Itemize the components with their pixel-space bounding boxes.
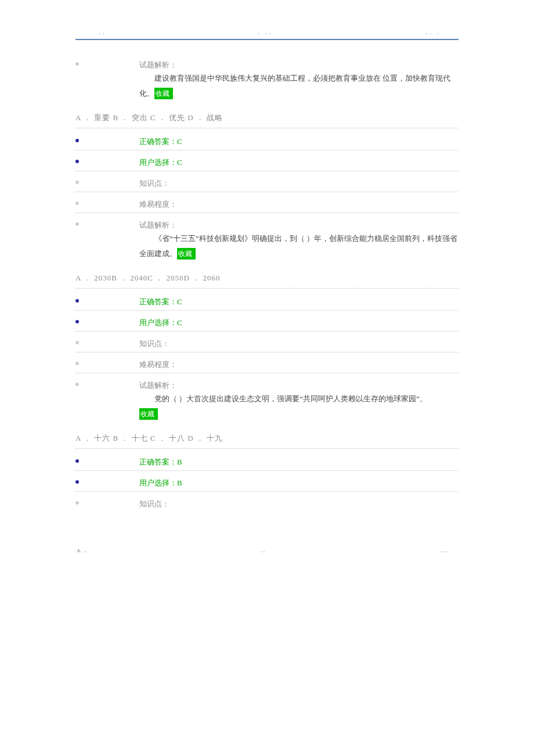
favorite-button[interactable]: 收藏 [139,408,158,420]
question-text: 《省“十三五”科技创新规划》明确提出，到（ ）年，创新综合能力稳居全国前列，科技… [139,231,459,261]
bullet-icon [75,480,79,484]
correct-answer-label: 正确答案：C [139,297,182,306]
bullet-icon [75,181,79,184]
knowledge-point-item: 知识点： [75,336,459,352]
user-choice-label: 用户选择：B [139,478,182,487]
bullet-icon [75,201,79,205]
header-left: . . [99,29,105,35]
user-choice-item: 用户选择：B [75,476,459,492]
question-block: 试题解析： 《省“十三五”科技创新规划》明确提出，到（ ）年，创新综合能力稳居全… [75,218,459,373]
bullet-icon [75,222,79,226]
footer-left: .s. . [75,547,86,553]
bullet-icon [75,299,79,303]
analysis-label: 试题解析： [139,380,459,391]
header-mid: . .. [258,29,273,35]
favorite-button[interactable]: 收藏 [177,248,196,260]
bullet-icon [75,362,79,365]
content-area: 试题解析： 建设教育强国是中华民族伟大复兴的基础工程，必须把教育事业放在 位置，… [75,57,459,512]
question-text: 建设教育强国是中华民族伟大复兴的基础工程，必须把教育事业放在 位置，加快教育现代… [139,71,459,101]
user-choice-item: 用户选择：C [75,155,459,171]
knowledge-point-item: 知识点： [75,496,459,512]
header-right: .. . [426,29,441,35]
difficulty-label: 难易程度： [139,360,177,369]
analysis-item: 试题解析： 党的（ ）大首次提出建设生态文明，强调要“共同呵护人类赖以生存的地球… [75,378,459,422]
user-choice-label: 用户选择：C [139,318,182,327]
correct-answer-item: 正确答案：C [75,294,459,311]
options-row: A ． 十六 B ． 十七 C ． 十八 D ． 十九 [75,432,459,449]
analysis-item: 试题解析： 《省“十三五”科技创新规划》明确提出，到（ ）年，创新综合能力稳居全… [75,218,459,261]
knowledge-point-label: 知识点： [139,339,169,348]
page-footer: .s. . .. ... [75,547,459,553]
favorite-button[interactable]: 收藏 [154,88,173,99]
bullet-icon [75,383,79,386]
user-choice-item: 用户选择：C [75,315,459,332]
correct-answer-label: 正确答案：B [139,458,182,466]
difficulty-item: 难易程度： [75,357,459,373]
analysis-label: 试题解析： [139,59,459,71]
bullet-icon [75,459,79,463]
question-block: 试题解析： 建设教育强国是中华民族伟大复兴的基础工程，必须把教育事业放在 位置，… [75,57,459,213]
question-text: 党的（ ）大首次提出建设生态文明，强调要“共同呵护人类赖以生存的地球家园”。收藏 [139,391,459,422]
bullet-icon [75,341,79,344]
footer-mid: .. [261,547,266,553]
analysis-label: 试题解析： [139,219,459,231]
bullet-icon [75,62,79,66]
options-row: A ． 2030B ． 2040C ． 2050D ． 2060 [75,272,459,289]
knowledge-point-label: 知识点： [139,179,169,188]
knowledge-point-item: 知识点： [75,176,459,192]
correct-answer-item: 正确答案：B [75,455,459,471]
question-block: 试题解析： 党的（ ）大首次提出建设生态文明，强调要“共同呵护人类赖以生存的地球… [75,378,459,512]
bullet-icon [75,160,79,163]
knowledge-point-label: 知识点： [139,499,169,508]
correct-answer-label: 正确答案：C [139,137,182,146]
user-choice-label: 用户选择：C [139,158,182,167]
options-row: A ． 重要 B ． 突出 C ． 优先 D ． 战略 [75,111,459,128]
correct-answer-item: 正确答案：C [75,134,459,150]
page-header: . . . .. .. . [75,29,459,40]
difficulty-label: 难易程度： [139,200,177,208]
difficulty-item: 难易程度： [75,197,459,213]
analysis-item: 试题解析： 建设教育强国是中华民族伟大复兴的基础工程，必须把教育事业放在 位置，… [75,57,459,101]
bullet-icon [75,501,79,505]
bullet-icon [75,139,79,142]
footer-right: ... [441,547,449,553]
bullet-icon [75,320,79,323]
